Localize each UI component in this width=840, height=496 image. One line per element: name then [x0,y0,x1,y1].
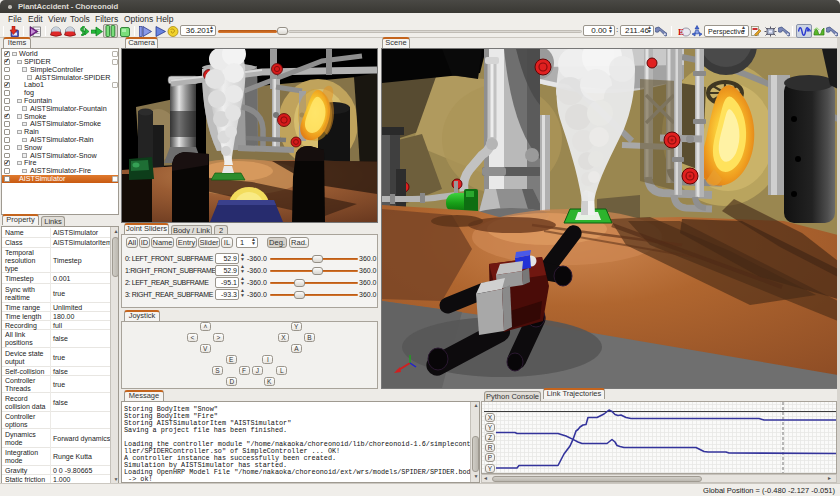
svg-text:E: E [678,27,684,37]
